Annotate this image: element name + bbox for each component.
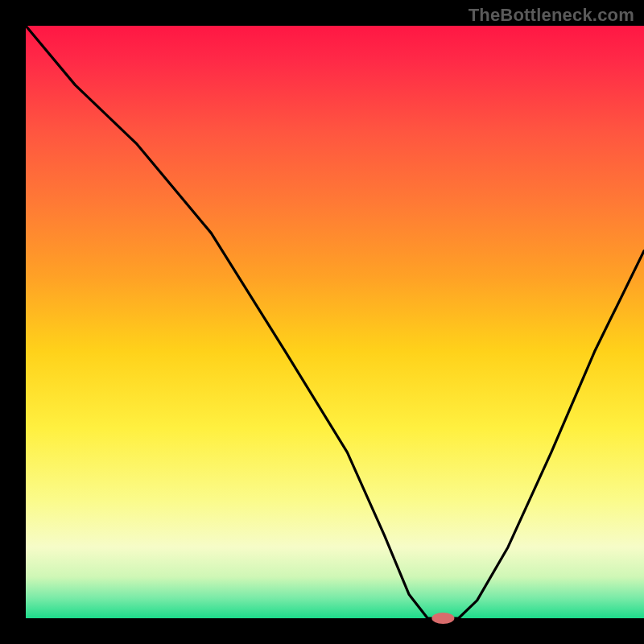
bottleneck-chart [0,0,644,644]
optimal-marker [431,613,454,624]
watermark-label: TheBottleneck.com [469,5,634,26]
chart-container: TheBottleneck.com [0,0,644,644]
plot-background [26,26,644,618]
